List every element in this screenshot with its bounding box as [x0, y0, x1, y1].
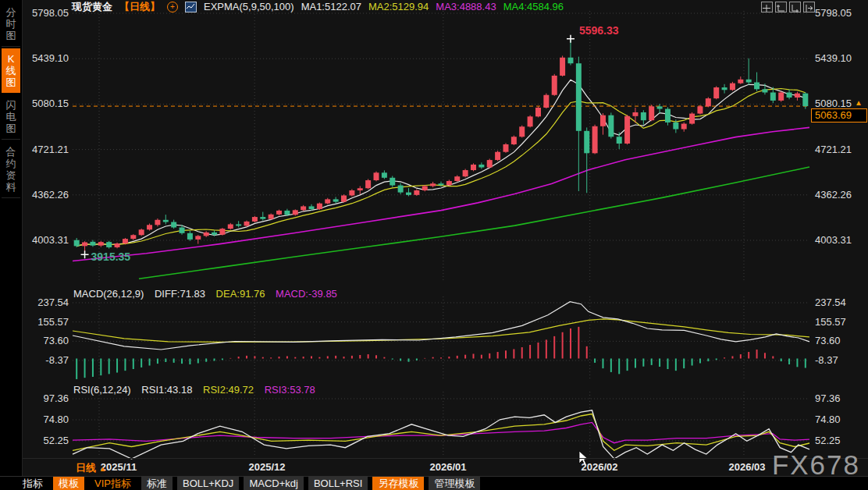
period-tag[interactable]: 【日线】: [119, 0, 160, 14]
rsi3-value: RSI3:53.78: [265, 384, 315, 396]
main-axis-label-right: 5798.05: [815, 7, 852, 19]
main-axis-label-left: 5439.10: [32, 52, 69, 64]
toolbar-button-6[interactable]: BOLL+RSI: [308, 477, 368, 490]
sidebar-tab-1[interactable]: K线图: [2, 48, 20, 93]
toolbar-button-1[interactable]: 模板: [53, 477, 84, 490]
main-axis-label-left: 5798.05: [32, 7, 69, 19]
current-price-tag: 5063.69: [811, 108, 867, 123]
chevron-up-icon: ▲: [99, 464, 107, 473]
toolbar-button-3[interactable]: 标准: [141, 477, 173, 490]
macd-panel-title: MACD(26,12,9) DIFF:71.83 DEA:91.76 MACD:…: [73, 288, 345, 300]
rsi-axis-label-left: 97.36: [43, 392, 69, 404]
x-axis-scale-icon[interactable]: [789, 2, 801, 12]
sidebar-tab-char: 线: [2, 65, 20, 76]
toolbar-button-7[interactable]: 另存模板: [372, 477, 424, 490]
main-axis-label-left: 4362.26: [32, 189, 69, 201]
macd-axis-label-left: 73.60: [43, 335, 69, 346]
x-axis-label-4: 2026/03: [729, 461, 766, 473]
left-sidebar: 分时图K线图闪电图合约资料: [0, 0, 23, 490]
sidebar-tab-char: 约: [2, 158, 20, 169]
macd-axis-label-left: 155.57: [37, 316, 69, 328]
toolbar-button-2[interactable]: VIP指标: [89, 477, 137, 490]
x-axis-label-2: 2026/01: [430, 461, 467, 473]
chart-header: 现货黄金 【日线】 + EXPMA(5,9,50,100) MA1:5122.0…: [72, 1, 564, 12]
main-axis-label-right: 4721.21: [815, 144, 852, 155]
macd-axis-label-right: 155.57: [815, 316, 846, 328]
sidebar-tab-char: 合: [2, 146, 20, 158]
rsi-axis-label-left: 52.25: [43, 435, 69, 446]
sidebar-tab-char: 时: [2, 18, 20, 30]
sidebar-tab-char: 图: [2, 30, 20, 41]
sidebar-tab-3[interactable]: 合约资料: [2, 141, 20, 198]
sidebar-tab-char: 图: [2, 123, 20, 134]
bottom-toolbar: 指标模板VIP指标标准BOLL+KDJMACD+kdjBOLL+RSI另存模板管…: [0, 476, 868, 490]
rsi1-value: RSI1:43.18: [141, 384, 192, 396]
price-arrow-icon: ▲: [855, 98, 863, 107]
x-axis-label-3: 2026/02: [582, 461, 618, 473]
symbol-name: 现货黄金: [72, 0, 112, 14]
rsi-axis-label-left: 74.80: [43, 414, 69, 425]
macd-title: MACD(26,12,9): [73, 288, 144, 300]
rsi2-value: RSI2:49.72: [203, 384, 254, 396]
rsi-axis-label-right: 97.36: [815, 392, 841, 404]
macd-axis-label-left: 237.54: [37, 296, 69, 308]
add-indicator-icon[interactable]: +: [167, 2, 178, 12]
rsi-plot-area[interactable]: [73, 392, 809, 457]
rsi-title: RSI(6,12,24): [73, 384, 131, 396]
sidebar-tab-0[interactable]: 分时图: [2, 2, 20, 47]
rsi-axis-label-right: 52.25: [815, 435, 841, 446]
sidebar-tab-char: 图: [2, 76, 20, 88]
toolbar-button-5[interactable]: MACD+kdj: [244, 477, 304, 490]
ma4-value: MA4:4584.96: [503, 1, 564, 12]
macd-axis-label-right: -8.37: [815, 354, 838, 366]
sidebar-tab-char: 资: [2, 169, 20, 181]
macd-axis-label-right: 237.54: [815, 296, 846, 308]
main-axis-label-left: 5080.15: [32, 98, 69, 109]
macd-axis-label-right: 73.60: [815, 335, 841, 346]
macd-axis-label-left: -8.37: [45, 354, 69, 366]
sidebar-tab-char: 闪: [2, 99, 20, 111]
y-axis-scale-icon[interactable]: [775, 2, 787, 12]
rsi-panel-title: RSI(6,12,24) RSI1:43.18 RSI2:49.72 RSI3:…: [73, 384, 323, 396]
divider: [22, 458, 868, 459]
main-axis-label-left: 4003.31: [32, 234, 69, 246]
period-label: 日线: [76, 462, 96, 474]
x-axis-label-1: 2025/12: [249, 461, 286, 473]
main-axis-label-right: 4362.26: [815, 189, 852, 201]
crosshair-icon[interactable]: [761, 2, 773, 12]
toolbar-button-8[interactable]: 管理模板: [429, 477, 480, 490]
ma1-value: MA1:5122.07: [301, 1, 361, 12]
macd-plot-area[interactable]: [73, 296, 809, 381]
period-selector[interactable]: 日线 ▲: [76, 461, 107, 475]
main-plot-area[interactable]: [73, 11, 809, 280]
indicator-label: EXPMA(5,9,50,100): [204, 1, 294, 12]
sidebar-tab-char: 料: [2, 181, 20, 193]
toolbar-button-0[interactable]: 指标: [17, 477, 48, 490]
macd-macd-value: MACD:-39.85: [276, 288, 337, 300]
chart-toolbar-icons: [761, 2, 815, 12]
sidebar-tab-char: 电: [2, 111, 20, 123]
ma3-value: MA3:4888.43: [436, 1, 496, 12]
macd-dea-value: DEA:91.76: [216, 288, 265, 300]
main-axis-label-left: 4721.21: [32, 144, 69, 155]
main-axis-label-right: 5439.10: [815, 52, 852, 64]
sidebar-tab-char: 分: [2, 6, 20, 18]
sidebar-tab-char: K: [2, 53, 20, 65]
main-axis-label-right: 4003.31: [815, 234, 852, 246]
exit-chart-icon[interactable]: [803, 2, 815, 12]
toolbar-button-4[interactable]: BOLL+KDJ: [177, 477, 239, 490]
sidebar-tab-2[interactable]: 闪电图: [2, 94, 20, 140]
macd-diff-value: DIFF:71.83: [155, 288, 205, 300]
candlestick-chart-icon[interactable]: [185, 2, 197, 12]
rsi-axis-label-right: 74.80: [815, 414, 841, 425]
chart-app: 5596.333915.35 现货黄金 【日线】 + EXPMA(5,9,50,…: [0, 0, 868, 490]
chart-canvas[interactable]: 5596.333915.35: [0, 0, 868, 490]
ma2-value: MA2:5129.94: [368, 1, 429, 12]
